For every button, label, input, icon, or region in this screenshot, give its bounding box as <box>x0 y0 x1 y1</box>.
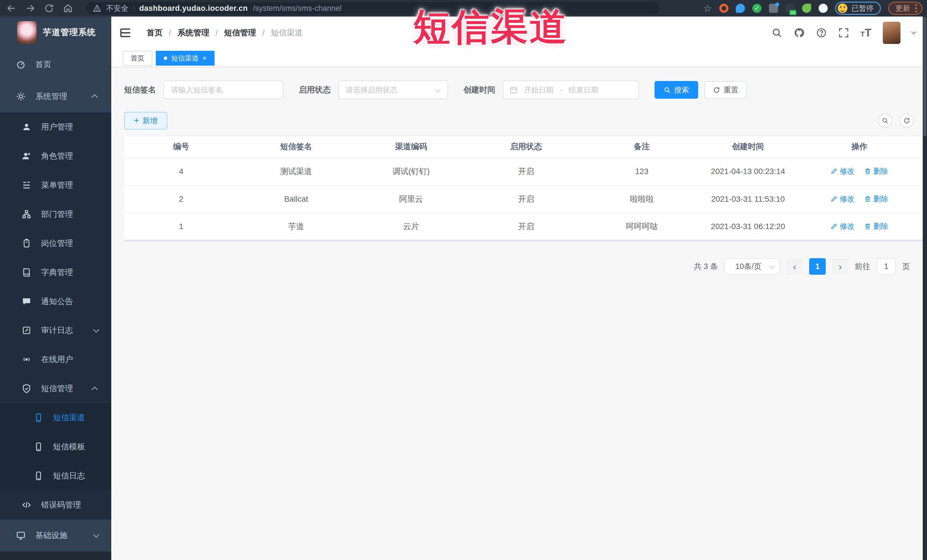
search-icon <box>664 87 671 94</box>
sidebar-item-departments[interactable]: 部门管理 <box>0 200 111 229</box>
status-select[interactable]: 请选择启用状态 <box>338 80 448 99</box>
browser-menu-icon[interactable] <box>915 4 917 12</box>
next-page-button[interactable]: › <box>832 258 848 275</box>
url-host[interactable]: dashboard.yudao.iocoder.cn <box>139 4 248 13</box>
breadcrumb-separator: / <box>263 28 265 37</box>
current-page-button[interactable]: 1 <box>809 258 826 275</box>
sidebar-item-roles[interactable]: 角色管理 <box>0 141 111 171</box>
breadcrumb-sms[interactable]: 短信管理 <box>224 27 256 38</box>
breadcrumb-system[interactable]: 系统管理 <box>178 27 210 38</box>
sidebar-item-infrastructure[interactable]: 基础设施 <box>0 519 111 551</box>
avatar[interactable] <box>883 22 900 44</box>
delete-link[interactable]: 删除 <box>864 166 888 176</box>
tab-home[interactable]: 首页 <box>123 51 152 65</box>
sidebar-item-sms-management[interactable]: 短信管理 <box>0 374 111 403</box>
forward-icon[interactable] <box>25 3 35 14</box>
sign-input[interactable] <box>164 80 283 99</box>
edit-link[interactable]: 修改 <box>831 166 854 176</box>
edit-link[interactable]: 修改 <box>831 194 854 204</box>
refresh-table-button[interactable] <box>900 114 914 128</box>
chevron-down-icon <box>435 87 441 92</box>
help-icon[interactable] <box>816 27 827 38</box>
update-label: 更新 <box>895 3 910 14</box>
extension-check-icon[interactable]: ✓ <box>752 4 761 13</box>
extension-pin-icon[interactable] <box>736 4 745 13</box>
tab-sms-channel[interactable]: 短信渠道 × <box>156 51 214 65</box>
time-label: 创建时间 <box>464 85 495 95</box>
security-label[interactable]: 不安全 <box>106 3 128 14</box>
search-button[interactable]: 搜索 <box>655 81 698 99</box>
sms-channel-table: 编号 短信签名 渠道编码 启用状态 备注 创建时间 操作 4 测试渠道 <box>124 136 922 241</box>
sidebar-item-posts[interactable]: 岗位管理 <box>0 229 111 258</box>
reload-icon[interactable] <box>44 3 54 14</box>
edit-label: 修改 <box>840 194 854 204</box>
browser-scrollbar[interactable] <box>923 17 927 560</box>
fullscreen-icon[interactable] <box>838 27 849 38</box>
cell-id: 1 <box>124 213 238 241</box>
extension-on-badge-icon[interactable] <box>786 4 795 13</box>
sidebar-item-sms-log[interactable]: 短信日志 <box>0 461 111 490</box>
breadcrumb-home[interactable]: 首页 <box>147 27 163 38</box>
badge-icon <box>22 238 31 248</box>
sidebar-item-audit-logs[interactable]: 审计日志 <box>0 316 111 345</box>
pagination-total: 共 3 条 <box>694 261 718 272</box>
edit-label: 修改 <box>840 166 854 176</box>
col-actions: 操作 <box>796 136 922 158</box>
sidebar-item-announcements[interactable]: 通知公告 <box>0 287 111 316</box>
extension-leaf-icon[interactable] <box>802 4 811 13</box>
back-icon[interactable] <box>6 3 17 14</box>
browser-update-button[interactable]: 更新 <box>888 2 922 15</box>
bookmark-star-icon[interactable]: ☆ <box>703 3 712 13</box>
scrollbar-thumb[interactable] <box>923 17 926 137</box>
add-button[interactable]: + 新增 <box>124 112 167 129</box>
toggle-search-button[interactable] <box>878 114 892 128</box>
sidebar-item-users[interactable]: 用户管理 <box>0 112 111 141</box>
extension-orange-icon[interactable] <box>719 4 728 13</box>
sidebar-item-label: 通知公告 <box>41 296 73 307</box>
close-icon[interactable]: × <box>202 55 207 62</box>
date-range-picker[interactable]: 开始日期 - 结束日期 <box>503 80 639 99</box>
edit-link[interactable]: 修改 <box>831 222 854 231</box>
cell-code: 调试(钉钉) <box>354 158 468 185</box>
extension-paw-icon[interactable] <box>819 4 828 13</box>
paused-label: 已暂停 <box>851 3 874 14</box>
sidebar-item-online-users[interactable]: 在线用户 <box>0 345 111 374</box>
sidebar-collapse-icon[interactable] <box>119 28 132 38</box>
sidebar-item-menus[interactable]: 菜单管理 <box>0 171 111 200</box>
cell-code: 阿里云 <box>354 185 468 213</box>
search-icon[interactable] <box>772 27 782 38</box>
breadcrumb: 首页 / 系统管理 / 短信管理 / 短信渠道 <box>147 27 303 38</box>
end-date-placeholder[interactable]: 结束日期 <box>568 85 598 95</box>
sidebar-item-home[interactable]: 首页 <box>0 49 111 80</box>
prev-page-button[interactable]: ‹ <box>786 258 803 275</box>
page-size-select[interactable]: 10条/页 <box>724 258 780 275</box>
sidebar-item-sms-template[interactable]: 短信模板 <box>0 432 111 461</box>
chevron-down-icon <box>93 327 99 332</box>
delete-label: 删除 <box>873 166 888 176</box>
sidebar-item-dictionary[interactable]: 字典管理 <box>0 258 111 287</box>
chevron-up-icon <box>91 94 97 100</box>
status-select-placeholder: 请选择启用状态 <box>345 85 397 95</box>
home-icon[interactable] <box>63 3 73 14</box>
reset-button[interactable]: 重置 <box>704 81 747 99</box>
extension-grid-icon[interactable] <box>769 4 778 13</box>
sidebar-item-system[interactable]: 系统管理 <box>0 80 111 112</box>
sidebar-logo-row[interactable]: 芋道管理系统 <box>0 17 111 49</box>
chevron-down-icon[interactable] <box>911 29 916 34</box>
cell-remark: 啦啦啦 <box>584 185 700 213</box>
sidebar-item-error-codes[interactable]: 错误码管理 <box>0 490 111 519</box>
profile-paused-pill[interactable]: 已暂停 <box>835 2 881 15</box>
cell-code: 云片 <box>354 213 468 241</box>
table-row: 1 芋道 云片 开启 呵呵呵哒 2021-03-31 06:12:20 修改删除 <box>124 213 922 241</box>
delete-link[interactable]: 删除 <box>864 194 888 204</box>
cell-actions: 修改删除 <box>796 213 922 241</box>
sidebar-item-label: 用户管理 <box>41 121 73 132</box>
font-size-icon[interactable]: TT <box>860 27 871 39</box>
goto-page-input[interactable] <box>877 258 896 275</box>
github-icon[interactable] <box>794 27 805 38</box>
address-bar[interactable]: 不安全 dashboard.yudao.iocoder.cn /system/s… <box>86 2 659 15</box>
start-date-placeholder[interactable]: 开始日期 <box>524 85 553 95</box>
sidebar-item-label: 错误码管理 <box>41 499 81 510</box>
sidebar-item-sms-channel[interactable]: 短信渠道 <box>0 403 111 432</box>
delete-link[interactable]: 删除 <box>864 222 888 231</box>
